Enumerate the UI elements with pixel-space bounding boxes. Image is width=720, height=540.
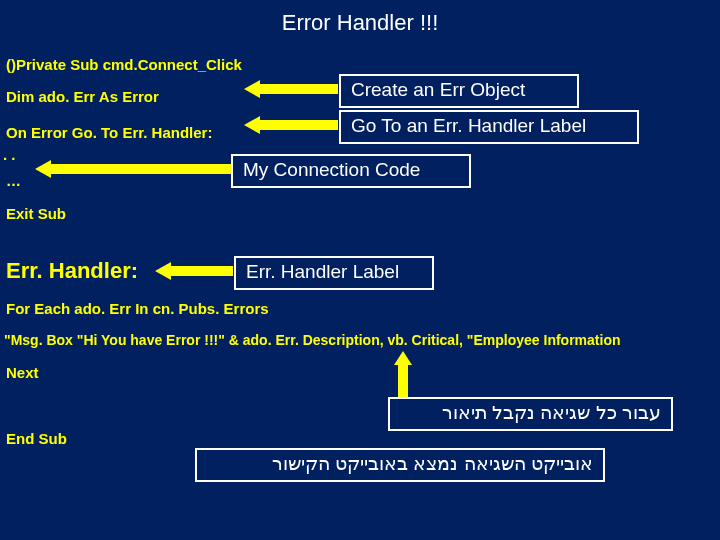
callout-goto: Go To an Err. Handler Label	[339, 110, 639, 144]
callout-myconn: My Connection Code	[231, 154, 471, 188]
code-exit: Exit Sub	[6, 205, 66, 222]
code-onerror: On Error Go. To Err. Handler:	[6, 124, 212, 141]
callout-create-err: Create an Err Object	[339, 74, 579, 108]
code-dots1: . .	[3, 146, 16, 163]
callout-errlabel: Err. Handler Label	[234, 256, 434, 290]
code-next: Next	[6, 364, 39, 381]
callout-obj-he: אובייקט השגיאה נמצא באובייקט הקישור	[195, 448, 605, 482]
callout-desc-he: עבור כל שגיאה נקבל תיאור	[388, 397, 673, 431]
slide-title: Error Handler !!!	[0, 0, 720, 36]
code-dots2: …	[6, 172, 21, 189]
code-foreach: For Each ado. Err In cn. Pubs. Errors	[6, 300, 269, 317]
code-endsub: End Sub	[6, 430, 67, 447]
code-dim: Dim ado. Err As Error	[6, 88, 159, 105]
code-msgbox: "Msg. Box "Hi You have Error !!!" & ado.…	[4, 332, 620, 348]
code-sub-decl: ()Private Sub cmd.Connect_Click	[6, 56, 242, 73]
code-errhandler-label: Err. Handler:	[6, 258, 138, 284]
